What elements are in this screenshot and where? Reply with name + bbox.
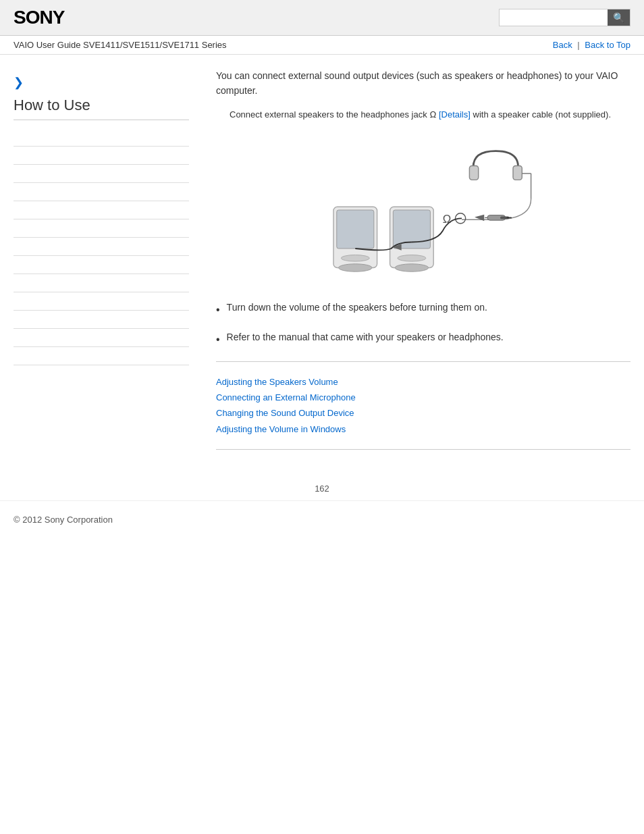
svg-rect-1	[337, 210, 374, 249]
svg-rect-8	[469, 165, 478, 180]
nav-separator: |	[577, 40, 582, 50]
sidebar-item-8[interactable]	[14, 256, 189, 274]
svg-point-6	[398, 255, 426, 261]
content-note: Connect external speakers to the headpho…	[230, 108, 630, 122]
sidebar-item-1[interactable]	[14, 128, 189, 147]
sidebar-item-13[interactable]	[14, 347, 189, 365]
sidebar-item-5[interactable]	[14, 201, 189, 219]
sidebar-item-12[interactable]	[14, 329, 189, 347]
bullet-item-2: • Refer to the manual that came with you…	[216, 330, 630, 348]
sidebar-item-4[interactable]	[14, 183, 189, 201]
page-number: 162	[0, 477, 644, 500]
main-content: ❯ How to Use You can connect external so…	[0, 55, 644, 477]
svg-point-3	[339, 263, 372, 271]
header: SONY 🔍	[0, 0, 644, 36]
sidebar-item-2[interactable]	[14, 147, 189, 165]
bullet-dot-2: •	[216, 332, 220, 348]
back-to-top-link[interactable]: Back to Top	[585, 40, 630, 50]
search-button[interactable]: 🔍	[608, 9, 630, 26]
bullet-item-1: • Turn down the volume of the speakers b…	[216, 301, 630, 318]
sidebar-item-10[interactable]	[14, 292, 189, 311]
related-link-3[interactable]: Changing the Sound Output Device	[216, 405, 630, 421]
svg-rect-9	[513, 165, 522, 180]
content-intro: You can connect external sound output de…	[216, 68, 630, 99]
footer: © 2012 Sony Corporation	[0, 500, 644, 538]
search-box[interactable]: 🔍	[499, 9, 630, 26]
search-area: 🔍	[499, 9, 630, 26]
nav-bar: VAIO User Guide SVE1411/SVE1511/SVE1711 …	[0, 36, 644, 55]
bullet-text-1: Turn down the volume of the speakers bef…	[227, 301, 487, 315]
sidebar-item-3[interactable]	[14, 165, 189, 183]
svg-text:Ω: Ω	[443, 213, 452, 226]
sidebar-arrow[interactable]: ❯	[14, 75, 189, 90]
sidebar: ❯ How to Use	[14, 68, 203, 463]
sony-logo: SONY	[14, 7, 64, 28]
back-link[interactable]: Back	[553, 40, 572, 50]
nav-links: Back | Back to Top	[553, 40, 630, 50]
related-links-section: Adjusting the Speakers Volume Connecting…	[216, 361, 630, 450]
bullet-text-2: Refer to the manual that came with your …	[227, 330, 504, 344]
speaker-illustration: Ω	[216, 136, 630, 284]
content-area: You can connect external sound output de…	[203, 68, 630, 463]
svg-rect-5	[393, 210, 430, 249]
svg-rect-19	[507, 217, 512, 218]
related-link-2[interactable]: Connecting an External Microphone	[216, 390, 630, 405]
svg-point-2	[341, 255, 369, 261]
related-link-4[interactable]: Adjusting the Volume in Windows	[216, 421, 630, 437]
search-input[interactable]	[500, 10, 608, 26]
bullet-section: • Turn down the volume of the speakers b…	[216, 301, 630, 348]
sidebar-item-11[interactable]	[14, 311, 189, 329]
guide-title: VAIO User Guide SVE1411/SVE1511/SVE1711 …	[14, 40, 227, 50]
copyright: © 2012 Sony Corporation	[14, 515, 113, 525]
related-link-1[interactable]: Adjusting the Speakers Volume	[216, 374, 630, 390]
details-link[interactable]: [Details]	[439, 109, 471, 120]
speaker-svg: Ω	[295, 136, 552, 284]
sidebar-item-6[interactable]	[14, 219, 189, 238]
sidebar-item-7[interactable]	[14, 238, 189, 256]
sidebar-item-9[interactable]	[14, 274, 189, 292]
svg-point-7	[395, 263, 428, 271]
sidebar-title: How to Use	[14, 97, 189, 120]
bullet-dot-1: •	[216, 302, 220, 318]
